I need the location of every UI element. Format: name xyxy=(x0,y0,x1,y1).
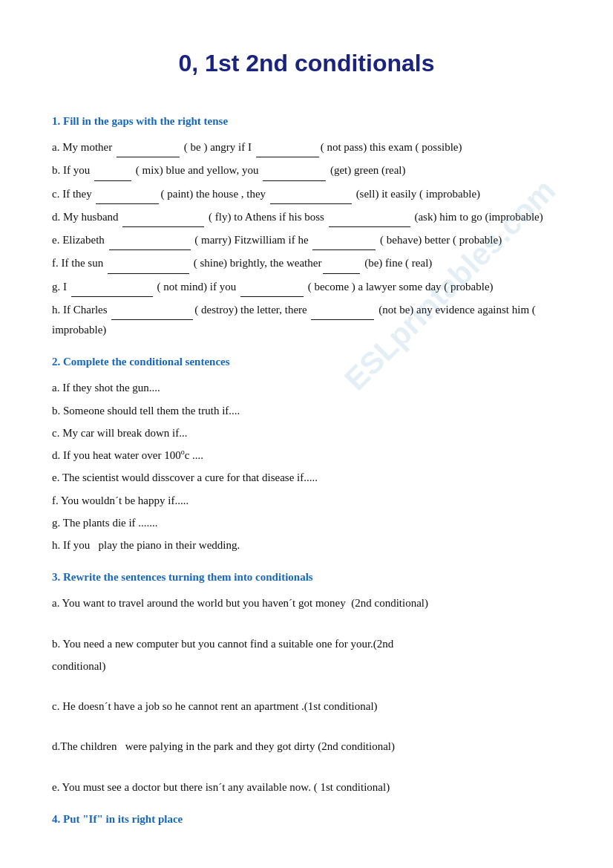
blank-1e-1[interactable] xyxy=(109,230,191,250)
line-2f: f. You wouldn´t be happy if..... xyxy=(52,491,561,510)
line-1h: h. If Charles ( destroy) the letter, the… xyxy=(52,300,561,340)
blank-1g-2[interactable] xyxy=(240,277,304,297)
section2-block: 2. Complete the conditional sentences a.… xyxy=(52,353,561,555)
blank-1h-2[interactable] xyxy=(311,300,374,320)
line-1c: c. If they ( paint) the house , they (se… xyxy=(52,184,561,204)
line-2c: c. My car will break down if... xyxy=(52,423,561,443)
line-1f: f. If the sun ( shine) brightly, the wea… xyxy=(52,253,561,273)
section2-header: 2. Complete the conditional sentences xyxy=(52,353,561,371)
line-1d: d. My husband ( fly) to Athens if his bo… xyxy=(52,207,561,227)
line-1e: e. Elizabeth ( marry) Fitzwilliam if he … xyxy=(52,230,561,250)
blank-1d-1[interactable] xyxy=(122,207,204,227)
blank-1a-1[interactable] xyxy=(117,137,180,157)
line-2g: g. The plants die if ....... xyxy=(52,513,561,532)
line-1b: b. If you ( mix) blue and yellow, you (g… xyxy=(52,160,561,180)
section1-header: 1. Fill in the gaps with the right tense xyxy=(52,112,561,130)
blank-1b-1[interactable] xyxy=(94,160,131,180)
blank-1h-1[interactable] xyxy=(111,300,193,320)
line-2d: d. If you heat water over 100oc .... xyxy=(52,446,561,465)
blank-1c-1[interactable] xyxy=(96,184,159,204)
section4-block: 4. Put "If" in its right place xyxy=(52,810,561,828)
line-1g: g. I ( not mind) if you ( become ) a law… xyxy=(52,277,561,297)
line-2b: b. Someone should tell them the truth if… xyxy=(52,401,561,420)
blank-1d-2[interactable] xyxy=(329,207,410,227)
line-3b-cont: conditional) xyxy=(52,656,561,676)
blank-1c-2[interactable] xyxy=(270,184,352,204)
blank-1e-2[interactable] xyxy=(312,230,376,250)
page-title: 0, 1st 2nd conditionals xyxy=(52,45,561,82)
line-3c: c. He doesn´t have a job so he cannot re… xyxy=(52,696,561,716)
line-3e: e. You must see a doctor but there isn´t… xyxy=(52,777,561,797)
line-2e: e. The scientist would disscover a cure … xyxy=(52,468,561,487)
line-1a: a. My mother ( be ) angry if I ( not pas… xyxy=(52,137,561,157)
blank-1g-1[interactable] xyxy=(71,277,153,297)
blank-1f-1[interactable] xyxy=(108,253,189,273)
blank-1f-2[interactable] xyxy=(323,253,360,273)
line-3a: a. You want to travel around the world b… xyxy=(52,593,561,613)
line-2h: h. If you play the piano in their weddin… xyxy=(52,535,561,555)
line-3d: d.The children were palying in the park … xyxy=(52,737,561,756)
line-3b: b. You need a new computer but you canno… xyxy=(52,634,561,653)
section3-block: 3. Rewrite the sentences turning them in… xyxy=(52,568,561,797)
section1-block: 1. Fill in the gaps with the right tense… xyxy=(52,112,561,339)
blank-1a-2[interactable] xyxy=(256,137,319,157)
blank-1b-2[interactable] xyxy=(263,160,326,180)
line-2a: a. If they shot the gun.... xyxy=(52,378,561,397)
section3-header: 3. Rewrite the sentences turning them in… xyxy=(52,568,561,586)
section4-header: 4. Put "If" in its right place xyxy=(52,810,561,828)
